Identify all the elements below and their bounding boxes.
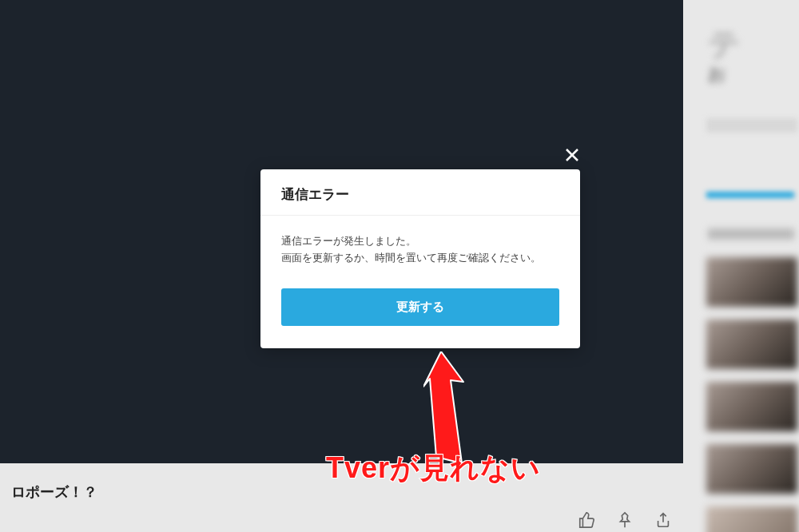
sidebar-heading-blur: テ (708, 22, 741, 66)
refresh-button[interactable]: 更新する (281, 288, 559, 326)
close-button[interactable] (559, 142, 585, 168)
error-modal: 通信エラー 通信エラーが発生しました。 画面を更新するか、時間を置いて再度ご確認… (260, 169, 580, 348)
sidebar-thumbnail[interactable] (706, 444, 797, 494)
sidebar-thumbnail[interactable] (706, 320, 797, 369)
episode-title: ロポーズ！？ (11, 482, 97, 502)
like-icon[interactable] (578, 511, 595, 529)
sidebar-placeholder-bar (706, 118, 797, 133)
modal-footer: 更新する (260, 274, 580, 348)
sidebar-section-label-blur (708, 228, 794, 240)
annotation-arrow (423, 351, 471, 463)
sidebar-thumbnail[interactable] (706, 382, 797, 431)
sidebar-thumbnail[interactable] (706, 506, 797, 532)
close-icon (562, 145, 582, 165)
modal-title: 通信エラー (281, 185, 559, 204)
modal-body: 通信エラーが発生しました。 画面を更新するか、時間を置いて再度ご確認ください。 (260, 216, 580, 274)
sidebar-subheading-blur: お (708, 62, 726, 86)
pin-icon[interactable] (616, 511, 634, 529)
annotation-text: Tverが見れない (326, 449, 541, 488)
svg-marker-2 (423, 351, 463, 463)
action-bar (578, 482, 672, 529)
modal-header: 通信エラー (260, 169, 580, 216)
sidebar-thumbnail[interactable] (706, 257, 797, 307)
share-icon[interactable] (654, 511, 672, 529)
modal-message: 通信エラーが発生しました。 画面を更新するか、時間を置いて再度ご確認ください。 (281, 233, 559, 268)
sidebar-accent-bar (706, 192, 794, 198)
